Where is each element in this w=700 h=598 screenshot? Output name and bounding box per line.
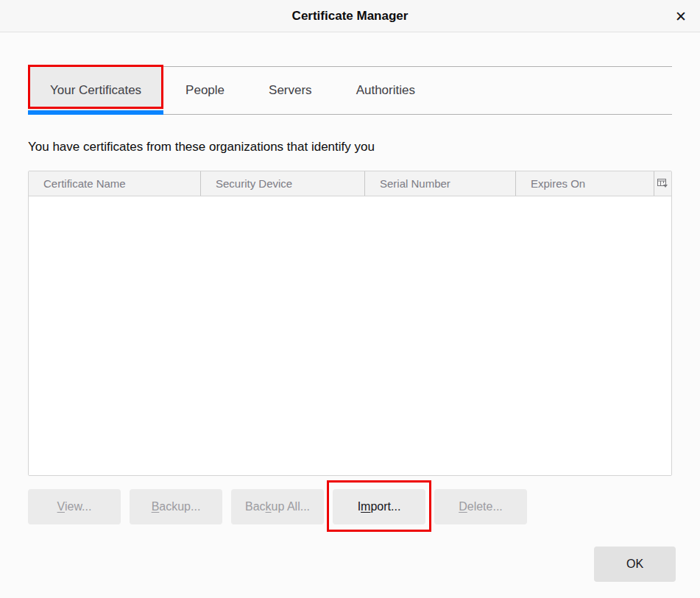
backup-button[interactable]: Backup... [130, 489, 222, 524]
column-picker-icon [657, 179, 668, 188]
certificates-table: Certificate Name Security Device Serial … [28, 171, 672, 476]
delete-button[interactable]: Delete... [434, 489, 527, 524]
action-button-row: View... Backup... Backup All... Import..… [28, 489, 672, 524]
column-header-label: Serial Number [380, 177, 450, 190]
import-button[interactable]: Import... [333, 489, 425, 524]
ok-button[interactable]: OK [594, 547, 676, 582]
table-body-empty[interactable] [29, 196, 671, 475]
column-header-label: Security Device [216, 177, 292, 190]
view-button[interactable]: View... [28, 489, 121, 524]
titlebar: Certificate Manager ✕ [0, 0, 700, 32]
tab-label: Your Certificates [50, 83, 141, 98]
description-text: You have certificates from these organiz… [28, 140, 672, 154]
dialog-footer: OK [594, 547, 676, 582]
dialog-title: Certificate Manager [292, 9, 409, 24]
tab-strip: Your Certificates People Servers Authori… [28, 66, 672, 115]
backup-all-button[interactable]: Backup All... [231, 489, 324, 524]
tab-label: Servers [269, 83, 312, 98]
tab-servers[interactable]: Servers [247, 67, 334, 114]
close-button[interactable]: ✕ [671, 6, 691, 26]
column-header-expires-on[interactable]: Expires On [516, 171, 654, 196]
tab-authorities[interactable]: Authorities [334, 67, 437, 114]
tab-people[interactable]: People [163, 67, 247, 114]
column-picker-button[interactable] [654, 171, 671, 196]
import-button-wrapper: Import... [333, 489, 425, 524]
column-header-serial-number[interactable]: Serial Number [365, 171, 516, 196]
dialog-content: Your Certificates People Servers Authori… [0, 66, 700, 524]
tab-your-certificates[interactable]: Your Certificates [28, 67, 163, 114]
close-icon: ✕ [675, 8, 687, 24]
certificate-manager-dialog: Certificate Manager ✕ Your Certificates … [0, 0, 700, 598]
tab-label: People [185, 83, 225, 98]
tab-label: Authorities [356, 83, 415, 98]
column-header-label: Expires On [531, 177, 585, 190]
column-header-label: Certificate Name [43, 177, 126, 190]
table-header-row: Certificate Name Security Device Serial … [29, 171, 671, 196]
column-header-security-device[interactable]: Security Device [201, 171, 365, 196]
column-header-certificate-name[interactable]: Certificate Name [29, 171, 201, 196]
